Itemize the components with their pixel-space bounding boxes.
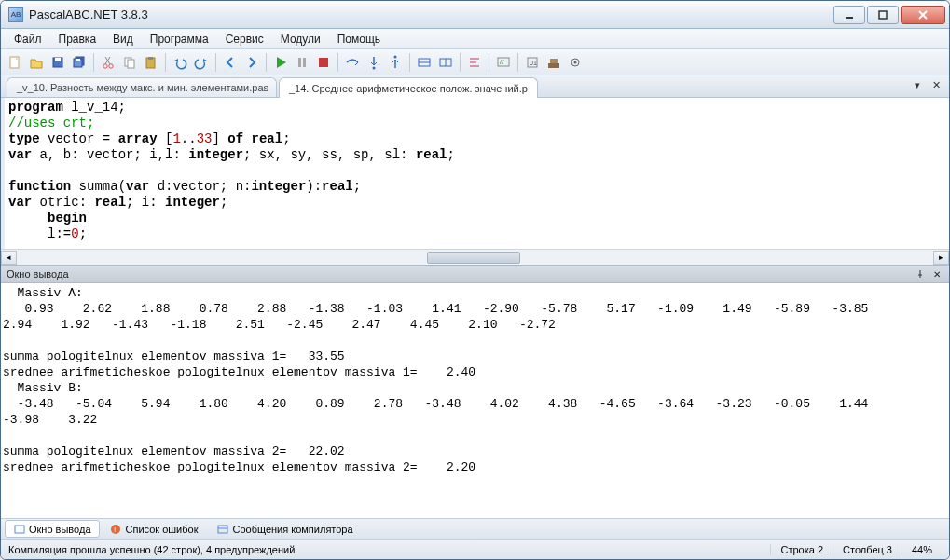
build-icon[interactable] (544, 52, 564, 73)
copy-icon[interactable] (119, 52, 140, 73)
output-tab-icon (13, 523, 25, 535)
stop-icon[interactable] (313, 52, 334, 73)
menu-modules[interactable]: Модули (273, 30, 328, 48)
minimize-button[interactable] (833, 6, 865, 24)
svg-rect-1 (879, 11, 887, 19)
menu-help[interactable]: Помощь (330, 30, 388, 48)
bottom-tab-label: Сообщения компилятора (232, 524, 352, 535)
svg-rect-6 (55, 58, 61, 61)
bottom-tab-errors[interactable]: ! Список ошибок (102, 520, 207, 538)
scroll-thumb[interactable] (427, 252, 520, 264)
comment-icon[interactable]: // (493, 52, 514, 73)
scroll-left-icon[interactable]: ◂ (1, 251, 17, 265)
svg-rect-36 (548, 63, 559, 68)
svg-point-22 (373, 66, 376, 69)
svg-rect-15 (128, 60, 134, 68)
svg-rect-37 (550, 59, 558, 63)
panel-pin-icon[interactable] (914, 267, 927, 280)
nav-forward-icon[interactable] (241, 52, 262, 73)
paste-icon[interactable] (141, 52, 161, 73)
svg-rect-43 (218, 526, 227, 533)
menu-file[interactable]: Файл (7, 30, 49, 48)
application-window: AB PascalABC.NET 3.8.3 Файл Правка Вид П… (0, 0, 950, 560)
svg-rect-20 (319, 58, 328, 67)
step-over-icon[interactable] (342, 52, 363, 73)
errors-tab-icon: ! (110, 523, 122, 535)
svg-point-39 (574, 61, 577, 63)
pause-icon[interactable] (292, 52, 312, 73)
window-buttons (833, 6, 945, 24)
nav-back-icon[interactable] (220, 52, 241, 73)
tab-label: _v_10. Разность между макс. и мин. элеме… (17, 82, 268, 93)
editor-h-scrollbar[interactable]: ◂ ▸ (1, 249, 949, 265)
app-icon: AB (8, 7, 23, 22)
redo-icon[interactable] (191, 52, 212, 73)
locals-icon[interactable] (435, 52, 456, 73)
watch-icon[interactable] (414, 52, 434, 73)
titlebar: AB PascalABC.NET 3.8.3 (1, 1, 949, 29)
statusbar: Компиляция прошла успешно (42 строк), 4 … (1, 539, 949, 559)
svg-rect-17 (148, 57, 153, 60)
status-column: Столбец 3 (833, 544, 902, 555)
menubar: Файл Правка Вид Программа Сервис Модули … (1, 29, 949, 49)
output-panel-header: Окно вывода ✕ (1, 265, 949, 283)
output-text: Massiv A: 0.93 2.62 1.88 0.78 2.88 -1.38… (1, 283, 949, 477)
cut-icon[interactable] (98, 52, 118, 73)
svg-text:!: ! (114, 526, 116, 534)
bottom-tabstrip: Окно вывода ! Список ошибок Сообщения ко… (1, 518, 949, 539)
bottom-tab-label: Окно вывода (29, 524, 91, 535)
editor-tab-inactive[interactable]: _v_10. Разность между макс. и мин. элеме… (7, 77, 277, 97)
status-line: Строка 2 (770, 544, 833, 555)
close-button[interactable] (901, 6, 945, 24)
editor-tab-active[interactable]: _14. Среднее арифметическое полож. значе… (279, 77, 538, 98)
format-icon[interactable] (464, 52, 485, 73)
panel-close-icon[interactable]: ✕ (930, 267, 943, 280)
tab-close-icon[interactable]: ✕ (929, 77, 943, 92)
menu-edit[interactable]: Правка (51, 30, 104, 48)
bottom-tab-label: Список ошибок (126, 524, 199, 535)
svg-point-24 (394, 55, 397, 58)
new-file-icon[interactable] (5, 52, 25, 73)
step-into-icon[interactable] (364, 52, 384, 73)
status-zoom[interactable]: 44% (902, 544, 942, 555)
svg-text://: // (500, 58, 504, 66)
svg-rect-9 (76, 59, 80, 61)
bottom-tab-output[interactable]: Окно вывода (5, 520, 100, 538)
menu-program[interactable]: Программа (143, 30, 216, 48)
svg-rect-18 (298, 58, 301, 67)
menu-service[interactable]: Сервис (218, 30, 271, 48)
window-title: PascalABC.NET 3.8.3 (29, 7, 833, 21)
svg-point-13 (109, 63, 113, 67)
run-icon[interactable] (270, 52, 291, 73)
svg-rect-19 (303, 58, 306, 67)
menu-view[interactable]: Вид (105, 30, 141, 48)
scroll-right-icon[interactable]: ▸ (933, 251, 949, 265)
editor-tabstrip: _v_10. Разность между макс. и мин. элеме… (1, 75, 949, 98)
tab-dropdown-icon[interactable]: ▾ (910, 77, 925, 92)
options-icon[interactable] (565, 52, 585, 73)
svg-rect-40 (15, 526, 24, 533)
undo-icon[interactable] (170, 52, 190, 73)
svg-point-12 (103, 63, 107, 67)
code-editor[interactable]: program l_v_14; //uses crt; type vector … (1, 98, 949, 249)
maximize-button[interactable] (867, 6, 899, 24)
status-message: Компиляция прошла успешно (42 строк), 4 … (8, 544, 770, 555)
output-panel-title: Окно вывода (7, 268, 910, 280)
tab-label: _14. Среднее арифметическое полож. значе… (289, 83, 528, 94)
output-panel[interactable]: Massiv A: 0.93 2.62 1.88 0.78 2.88 -1.38… (1, 283, 949, 518)
svg-text:01: 01 (530, 60, 537, 66)
step-out-icon[interactable] (385, 52, 406, 73)
compiler-tab-icon (216, 523, 228, 535)
bottom-tab-compiler[interactable]: Сообщения компилятора (208, 520, 361, 538)
open-file-icon[interactable] (26, 52, 47, 73)
save-all-icon[interactable] (69, 52, 89, 73)
compile-icon[interactable]: 01 (522, 52, 543, 73)
toolbar: // 01 (1, 49, 949, 75)
scroll-track[interactable] (17, 251, 933, 265)
save-icon[interactable] (48, 52, 68, 73)
